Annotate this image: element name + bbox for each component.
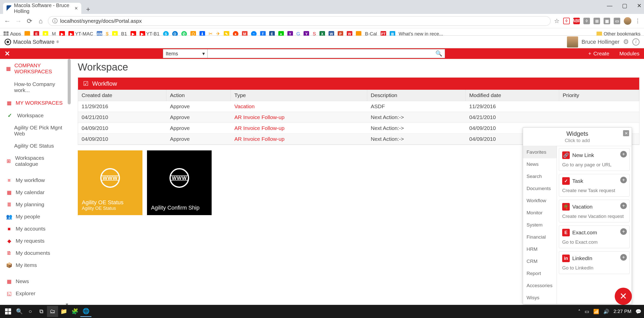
window-min-icon[interactable]: — (607, 3, 612, 9)
modules-button[interactable]: Modules (620, 51, 639, 57)
col-type[interactable]: Type (231, 90, 367, 101)
search-input[interactable] (210, 51, 435, 57)
ext-icon[interactable]: ◊ (583, 18, 590, 24)
taskview-icon[interactable]: ⧉ (36, 306, 47, 317)
add-icon[interactable]: + (620, 202, 627, 209)
ext-icon[interactable]: ⊞ (593, 18, 600, 24)
type-link[interactable]: AR Invoice Follow-up (231, 123, 367, 133)
cortana-icon[interactable]: ○ (25, 306, 36, 317)
gear-icon[interactable]: ⚙ (623, 38, 629, 46)
ext-icon[interactable]: ▦ (604, 18, 610, 24)
widget-item-linkedin[interactable]: inLinkedIn + Go to LinkedIn (559, 251, 630, 274)
taskbar-app[interactable]: 📁 (58, 306, 69, 317)
col-created[interactable]: Created date (78, 90, 166, 101)
app-logo[interactable]: Macola Software ® (5, 39, 59, 45)
sidebar-item-agility-status[interactable]: Agility OE Status (0, 140, 70, 152)
add-icon[interactable]: + (620, 254, 627, 261)
sidebar-item-my-calendar[interactable]: ▦My calendar (0, 186, 70, 198)
menu-icon[interactable]: ⋮ (635, 18, 640, 24)
reload-button[interactable]: ⟳ (26, 17, 33, 25)
window-close-icon[interactable]: ✕ (637, 3, 641, 9)
widget-cat-workflow[interactable]: Workflow (523, 195, 557, 207)
info-icon[interactable]: i (632, 38, 639, 46)
sidebar-item-my-accounts[interactable]: ■My accounts (0, 223, 70, 235)
close-icon[interactable]: × (75, 5, 78, 12)
add-icon[interactable]: + (620, 228, 627, 235)
sidebar-item-workspace[interactable]: ✓ Workspace (0, 109, 70, 122)
widget-cat-accessories[interactable]: Accessories (523, 280, 557, 292)
add-icon[interactable]: + (620, 151, 627, 157)
widget-item-task[interactable]: ✓Task + Create new Task request (559, 174, 630, 197)
sidebar-item-my-workflow[interactable]: ≡My workflow (0, 174, 70, 186)
widget-cat-system[interactable]: System (523, 219, 557, 231)
star-icon[interactable]: ☆ (554, 17, 560, 25)
search-icon[interactable]: 🔍 (435, 50, 442, 57)
user-area[interactable]: Bruce Hollinger ⚙ i (567, 36, 639, 48)
profile-avatar[interactable] (624, 17, 631, 25)
sidebar-item-agility-pick[interactable]: Agility OE Pick Mgnt Web (0, 122, 70, 140)
close-icon[interactable]: ✕ (623, 130, 629, 136)
sidebar-item-my-people[interactable]: 👥My people (0, 211, 70, 223)
tray-battery-icon[interactable]: ▭ (585, 309, 589, 314)
new-tab-button[interactable]: + (83, 5, 94, 14)
create-button[interactable]: + Create (588, 51, 609, 57)
widget-cat-favorites[interactable]: Favorites (523, 146, 557, 158)
widget-item-new-link[interactable]: 🔗New Link + Go to any page or URL (559, 148, 630, 171)
col-priority[interactable]: Priority (559, 90, 639, 101)
sidebar-company-workspaces[interactable]: ▦ COMPANY WORKSPACES (0, 59, 70, 78)
fab-close-button[interactable]: ✕ (615, 288, 632, 305)
sidebar-item-my-items[interactable]: 📦My items (0, 259, 70, 271)
widget-item-vacation[interactable]: 🌴Vacation + Create new Vacation request (559, 200, 630, 222)
sidebar-item-my-planning[interactable]: ≣My planning (0, 198, 70, 211)
taskbar-clock[interactable]: 2:27 PM (613, 309, 631, 314)
taskbar-app[interactable]: 🗂 (47, 306, 58, 317)
sidebar-item-explorer[interactable]: ◱Explorer (0, 287, 70, 300)
ext-icon[interactable]: ◊ (563, 18, 570, 24)
tile-agility-confirm[interactable]: WWW Agility Confirm Ship (147, 150, 212, 215)
table-row[interactable]: 04/21/2010 Approve AR Invoice Follow-up … (78, 112, 639, 123)
widget-cat-hrm[interactable]: HRM (523, 243, 557, 255)
sidebar-item-my-documents[interactable]: 🗎My documents (0, 247, 70, 259)
window-max-icon[interactable]: ▢ (622, 3, 627, 9)
start-button[interactable] (3, 306, 14, 317)
add-icon[interactable]: + (620, 177, 627, 183)
col-description[interactable]: Description (367, 90, 466, 101)
home-button[interactable]: ⌂ (37, 17, 44, 25)
type-link[interactable]: AR Invoice Follow-up (231, 134, 367, 144)
sidebar-item-my-requests[interactable]: ◆My requests (0, 235, 70, 247)
taskbar-app[interactable]: 🧩 (69, 306, 80, 317)
ext-icon[interactable]: ▭ (614, 18, 620, 24)
ext-icon[interactable]: ABP (573, 18, 580, 24)
tray-volume-icon[interactable]: 🔊 (603, 309, 609, 314)
search-icon[interactable]: 🔍 (14, 306, 25, 317)
sidebar-item-news[interactable]: ▦News (0, 275, 70, 287)
sidebar-item-howto[interactable]: How-to Company work... (0, 78, 70, 96)
widget-cat-report[interactable]: Report (523, 267, 557, 280)
sidebar-item-catalogue[interactable]: ⊞ Workspaces catalogue (0, 152, 70, 170)
widget-cat-wisys[interactable]: Wisys (523, 292, 557, 304)
search-category-select[interactable]: Items ▾ (163, 49, 208, 58)
widget-cat-monitor[interactable]: Monitor (523, 207, 557, 219)
widget-cat-search[interactable]: Search (523, 170, 557, 183)
forward-button[interactable]: → (15, 17, 22, 25)
taskbar-chrome[interactable]: 🌐 (80, 306, 91, 317)
table-row[interactable]: 11/29/2016 Approve Vacation ASDF 11/29/2… (78, 101, 639, 112)
col-action[interactable]: Action (166, 90, 231, 101)
tile-agility-status[interactable]: WWW Agility OE Status Agility OE Status (78, 150, 142, 215)
widget-cat-news[interactable]: News (523, 158, 557, 170)
tray-wifi-icon[interactable]: 📶 (593, 309, 599, 314)
back-button[interactable]: ← (4, 17, 11, 25)
type-link[interactable]: AR Invoice Follow-up (231, 112, 367, 123)
site-info-icon[interactable]: ⓘ (52, 17, 58, 25)
widget-cat-financial[interactable]: Financial (523, 231, 557, 243)
tray-chevron-icon[interactable]: ˄ (578, 309, 581, 314)
close-icon[interactable]: ✕ (5, 50, 10, 58)
tray-notification-icon[interactable]: 💬 (635, 309, 641, 314)
browser-tab[interactable]: Macola Software - Bruce Holling × (3, 3, 81, 14)
type-link[interactable]: Vacation (231, 101, 367, 112)
widget-cat-crm[interactable]: CRM (523, 255, 557, 267)
widget-item-exact[interactable]: EExact.com + Go to Exact.com (559, 225, 630, 248)
sidebar-my-workspaces[interactable]: ▦ MY WORKSPACES (0, 96, 70, 109)
widget-cat-documents[interactable]: Documents (523, 183, 557, 195)
col-modified[interactable]: Modified date (466, 90, 559, 101)
